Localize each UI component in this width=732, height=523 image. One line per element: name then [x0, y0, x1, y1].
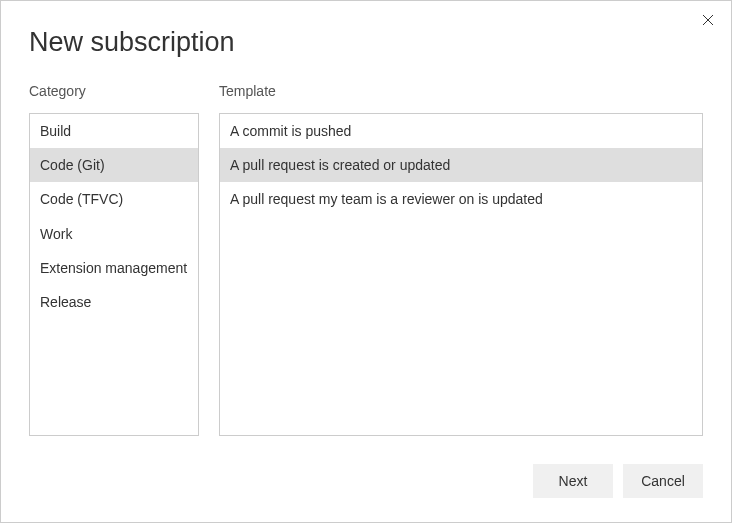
- category-item-build[interactable]: Build: [30, 114, 198, 148]
- dialog-title: New subscription: [29, 27, 235, 58]
- category-list[interactable]: Build Code (Git) Code (TFVC) Work Extens…: [29, 113, 199, 436]
- category-label: Category: [29, 83, 199, 99]
- category-item-release[interactable]: Release: [30, 285, 198, 319]
- next-button[interactable]: Next: [533, 464, 613, 498]
- template-label: Template: [219, 83, 703, 99]
- template-list[interactable]: A commit is pushed A pull request is cre…: [219, 113, 703, 436]
- template-item-commit-pushed[interactable]: A commit is pushed: [220, 114, 702, 148]
- category-item-extension-management[interactable]: Extension management: [30, 251, 198, 285]
- category-column: Category Build Code (Git) Code (TFVC) Wo…: [29, 83, 199, 436]
- dialog-footer: Next Cancel: [533, 464, 703, 498]
- close-icon: [702, 14, 714, 26]
- dialog-content: Category Build Code (Git) Code (TFVC) Wo…: [29, 83, 703, 436]
- new-subscription-dialog: New subscription Category Build Code (Gi…: [0, 0, 732, 523]
- category-item-code-git[interactable]: Code (Git): [30, 148, 198, 182]
- template-column: Template A commit is pushed A pull reque…: [219, 83, 703, 436]
- cancel-button[interactable]: Cancel: [623, 464, 703, 498]
- template-item-pr-created-updated[interactable]: A pull request is created or updated: [220, 148, 702, 182]
- template-item-pr-team-reviewer-updated[interactable]: A pull request my team is a reviewer on …: [220, 182, 702, 216]
- close-button[interactable]: [699, 11, 717, 29]
- category-item-work[interactable]: Work: [30, 217, 198, 251]
- category-item-code-tfvc[interactable]: Code (TFVC): [30, 182, 198, 216]
